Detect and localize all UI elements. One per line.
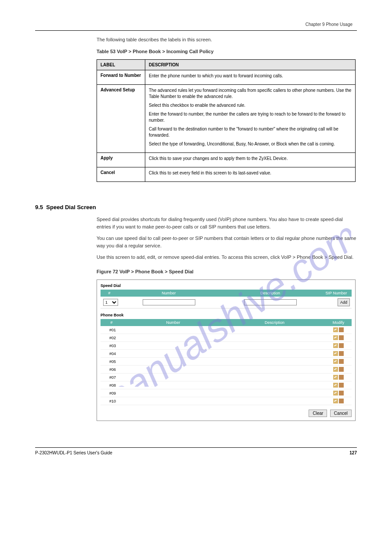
sd-header-number: Number <box>118 291 219 295</box>
pb-row-num: #04 <box>101 352 122 356</box>
edit-icon[interactable] <box>333 383 338 388</box>
phone-book-row: #03 <box>101 342 352 350</box>
pb-header-number: Number <box>122 320 224 325</box>
speed-dial-header: # Number Description SIP Number <box>101 290 352 297</box>
header-rule <box>35 30 357 31</box>
pb-row-num: #07 <box>101 375 122 380</box>
cell-label: Apply <box>97 153 145 167</box>
page-footer: P-2302HWUDL-P1 Series User's Guide 127 <box>35 447 357 455</box>
section-para: Use this screen to add, edit, or remove … <box>97 254 357 261</box>
cancel-button[interactable]: Cancel <box>330 410 352 417</box>
figure-caption-top: Figure 72 VoIP > Phone Book > Speed Dial <box>97 268 357 276</box>
edit-icon[interactable] <box>333 359 338 364</box>
footer-page-number: 127 <box>349 450 357 455</box>
delete-icon[interactable] <box>339 391 344 395</box>
parameters-table: LABEL DESCRIPTION Forward to Number Ente… <box>97 59 356 182</box>
table-row: Forward to Number Enter the phone number… <box>97 70 356 85</box>
pb-header-desc: Description <box>224 320 325 325</box>
sd-number-input[interactable] <box>143 299 195 305</box>
delete-icon[interactable] <box>339 367 344 372</box>
delete-icon[interactable] <box>339 359 344 364</box>
edit-icon[interactable] <box>333 343 338 348</box>
section-para: Speed dial provides shortcuts for dialin… <box>97 216 357 230</box>
page-header: Chapter 9 Phone Usage <box>35 22 357 27</box>
delete-icon[interactable] <box>339 351 344 356</box>
pb-row-num: #03 <box>101 344 122 348</box>
delete-icon[interactable] <box>339 335 344 340</box>
phone-book-header: # Number Description Modify <box>101 319 352 326</box>
phone-book-title: Phone Book <box>101 313 352 317</box>
cell-desc: Click this to set every field in this sc… <box>145 167 356 182</box>
edit-icon[interactable] <box>333 327 338 332</box>
phone-book-row: #07 <box>101 374 352 381</box>
footer-product: P-2302HWUDL-P1 Series User's Guide <box>35 450 112 455</box>
speed-dial-input-row: 1 Add <box>101 297 352 308</box>
pb-row-num: #08 <box>101 383 122 388</box>
phone-book-row: #06 <box>101 366 352 374</box>
sd-header-num: # <box>101 291 118 295</box>
section-para: You can use speed dial to call peer-to-p… <box>97 235 357 249</box>
pb-row-num: #05 <box>101 359 122 364</box>
sd-header-sip: SIP Number <box>321 291 352 295</box>
cell-label: Advanced Setup <box>97 85 145 153</box>
add-button[interactable]: Add <box>338 298 350 306</box>
delete-icon[interactable] <box>339 327 344 332</box>
cell-desc: The advanced rules let you forward incom… <box>145 85 356 153</box>
sd-desc-input[interactable] <box>244 299 297 305</box>
th-desc: DESCRIPTION <box>145 60 356 70</box>
cell-label: Cancel <box>97 167 145 182</box>
cell-desc: Click this to save your changes and to a… <box>145 153 356 167</box>
table-row: Advanced Setup The advanced rules let yo… <box>97 85 356 153</box>
pb-header-modify: Modify <box>325 320 352 325</box>
pb-row-num: #01 <box>101 328 122 332</box>
phone-book-row: #08 <box>101 381 352 389</box>
edit-icon[interactable] <box>333 335 338 340</box>
section-heading: 9.5 Speed Dial Screen <box>35 204 357 210</box>
pb-row-num: #10 <box>101 399 122 403</box>
sd-header-desc: Description <box>219 291 321 295</box>
table-row: Apply Click this to save your changes an… <box>97 153 356 167</box>
phone-book-row: #02 <box>101 334 352 342</box>
edit-icon[interactable] <box>333 391 338 395</box>
pb-header-num: # <box>101 320 122 325</box>
phone-book-row: #05 <box>101 358 352 366</box>
delete-icon[interactable] <box>339 343 344 348</box>
cell-label: Forward to Number <box>97 70 145 85</box>
pb-row-num: #06 <box>101 367 122 372</box>
ui-screenshot: Speed Dial # Number Description SIP Numb… <box>97 279 356 421</box>
edit-icon[interactable] <box>333 399 338 403</box>
table-caption: Table 53 VoIP > Phone Book > Incoming Ca… <box>97 48 357 55</box>
cell-desc: Enter the phone number to which you want… <box>145 70 356 85</box>
clear-button[interactable]: Clear <box>309 410 327 417</box>
edit-icon[interactable] <box>333 375 338 380</box>
button-row: Clear Cancel <box>101 410 352 417</box>
speed-dial-title: Speed Dial <box>101 283 352 288</box>
edit-icon[interactable] <box>333 351 338 356</box>
params-intro: The following table describes the labels… <box>97 36 357 44</box>
delete-icon[interactable] <box>339 399 344 403</box>
th-label: LABEL <box>97 60 145 70</box>
edit-icon[interactable] <box>333 367 338 372</box>
delete-icon[interactable] <box>339 383 344 388</box>
delete-icon[interactable] <box>339 375 344 380</box>
pb-row-num: #02 <box>101 336 122 340</box>
phone-book-row: #09 <box>101 389 352 397</box>
table-row: Cancel Click this to set every field in … <box>97 167 356 182</box>
pb-row-num: #09 <box>101 391 122 395</box>
sd-index-select[interactable]: 1 <box>103 299 118 306</box>
phone-book-row: #04 <box>101 350 352 358</box>
phone-book-row: #01 <box>101 326 352 334</box>
phone-book-row: #10 <box>101 397 352 405</box>
